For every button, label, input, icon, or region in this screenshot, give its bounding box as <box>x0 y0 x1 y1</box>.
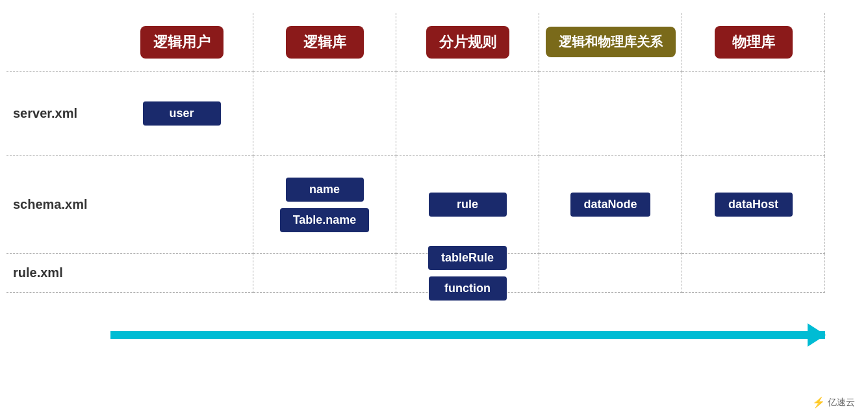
header-badge-col4: 逻辑和物理库关系 <box>546 27 676 57</box>
rule-xml-col5 <box>682 254 825 293</box>
rule-xml-col3: tableRule function <box>396 254 539 293</box>
rule-xml-col1 <box>110 254 253 293</box>
row-label-rule-xml: rule.xml <box>6 254 110 293</box>
corner-cell <box>6 13 110 72</box>
main-container: 逻辑用户 逻辑库 分片规则 逻辑和物理库关系 物理库 server.xml us… <box>0 0 868 415</box>
watermark-icon: ⚡ <box>812 396 825 408</box>
server-xml-col3 <box>396 72 539 156</box>
header-badge-col5: 物理库 <box>715 26 793 59</box>
grid-wrapper: 逻辑用户 逻辑库 分片规则 逻辑和物理库关系 物理库 server.xml us… <box>6 13 849 377</box>
row-label-schema-xml: schema.xml <box>6 156 110 254</box>
server-xml-col1: user <box>110 72 253 156</box>
badge-datahost: dataHost <box>715 193 793 217</box>
server-xml-col5 <box>682 72 825 156</box>
watermark: ⚡ 亿速云 <box>812 396 855 408</box>
schema-xml-col4: dataNode <box>539 156 682 254</box>
rule-xml-col2 <box>253 254 396 293</box>
badge-user: user <box>143 101 221 126</box>
badge-table-name: Table.name <box>280 208 370 232</box>
schema-xml-col2: name Table.name <box>253 156 396 254</box>
header-col2: 逻辑库 <box>253 13 396 72</box>
header-badge-col1: 逻辑用户 <box>140 26 223 59</box>
header-badge-col2: 逻辑库 <box>286 26 364 59</box>
arrow-row <box>6 293 825 377</box>
server-xml-col4 <box>539 72 682 156</box>
row-label-server-xml: server.xml <box>6 72 110 156</box>
badge-rule: rule <box>429 193 507 217</box>
arrow-line <box>110 331 825 339</box>
badge-name: name <box>286 178 364 202</box>
header-col4: 逻辑和物理库关系 <box>539 13 682 72</box>
schema-xml-col3: rule <box>396 156 539 254</box>
badge-tablerule: tableRule <box>428 246 507 270</box>
schema-xml-col5: dataHost <box>682 156 825 254</box>
rule-xml-col4 <box>539 254 682 293</box>
header-col5: 物理库 <box>682 13 825 72</box>
header-badge-col3: 分片规则 <box>426 26 509 59</box>
schema-xml-col1 <box>110 156 253 254</box>
badge-datanode: dataNode <box>570 193 650 217</box>
header-col3: 分片规则 <box>396 13 539 72</box>
header-col1: 逻辑用户 <box>110 13 253 72</box>
server-xml-col2 <box>253 72 396 156</box>
watermark-text: 亿速云 <box>828 397 855 408</box>
